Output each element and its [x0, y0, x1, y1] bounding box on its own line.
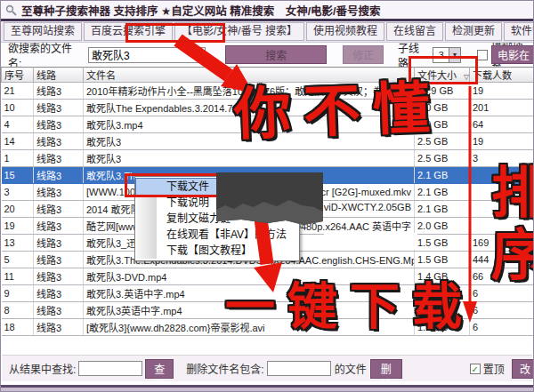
context-menu-item[interactable]: 在线观看【非AV】的方法	[136, 227, 298, 243]
cell-size: 1.5 GB	[415, 252, 470, 268]
find-button[interactable]: 查找	[145, 359, 174, 379]
table-row[interactable]: 21 线路3 2010年精彩动作片小全--黑鹰坠落1024x576版：敢死队；罗…	[2, 83, 534, 100]
filename-left: 2010年精彩动作片小全--黑鹰坠落1024x576版：敢死队；罗宾汉；拳霸3.…	[86, 84, 415, 98]
cell-count	[470, 167, 534, 184]
table-row[interactable]: 1 线路3 敢死队3 2.5 GB 3	[2, 150, 534, 167]
col-header-name[interactable]: 文件名	[84, 68, 415, 83]
cell-size: 2.5 GB	[415, 133, 470, 150]
pin-top-label: 置顶	[483, 361, 505, 376]
cell-index: 10	[2, 100, 34, 116]
cell-line: 线路3	[34, 201, 84, 218]
filename-right: viD-XWCTY.2.05GB	[324, 202, 411, 216]
search-label: 欲搜索的文件名:	[8, 40, 85, 70]
cell-line: 线路3	[34, 285, 84, 302]
censored-block	[216, 171, 323, 226]
cell-count: 6	[470, 302, 534, 319]
cell-line: 线路3	[34, 184, 84, 201]
context-menu-item[interactable]: 下载【图文教程】	[136, 243, 298, 259]
tab[interactable]: 【电影/女神/番号 搜索】	[174, 22, 304, 41]
cell-size: 2.0 GB	[415, 218, 470, 235]
sort-descending-icon[interactable]: ▽	[464, 73, 469, 81]
pin-top-checkbox[interactable]: ✓	[470, 364, 481, 374]
cell-size: 1.4 GB	[415, 285, 470, 302]
window-title: 至尊种子搜索神器 支持排序 ★自定义网站 精准搜索 女神/电影/番号搜索	[21, 2, 381, 19]
col-header-count[interactable]: 下载人数	[470, 68, 534, 83]
movie-online-button[interactable]: 电影在	[491, 45, 534, 64]
tab[interactable]: 检测更新	[445, 22, 502, 41]
table-row[interactable]: 4 线路3 敢死队3.mp4 3.9 GB 64	[2, 116, 534, 133]
title-bar: 至尊种子搜索神器 支持排序 ★自定义网站 精准搜索 女神/电影/番号搜索	[1, 1, 533, 19]
filename-right: Scr [G2G]-muxed.mkv	[314, 187, 411, 197]
filename-left: 敢死队3.mp4	[86, 117, 143, 132]
cell-count: 201	[470, 100, 534, 116]
cell-size: 2.1 GB	[415, 201, 470, 218]
app-window: 至尊种子搜索神器 支持排序 ★自定义网站 精准搜索 女神/电影/番号搜索 至尊网…	[0, 0, 534, 392]
cell-count: 444	[470, 252, 534, 268]
fix-button[interactable]: 修正	[343, 45, 384, 64]
fuzzy-checkbox[interactable]	[477, 50, 488, 60]
col-header-size-label: 文件大小	[417, 70, 457, 81]
filename-left: [敢死队3]{www.dh2828.com}帝豪影视.avi	[86, 320, 265, 334]
cell-filename: 敢死队3.英语中字.mp4	[84, 285, 415, 302]
cell-index: 18	[2, 319, 34, 336]
bottom-edge-light	[1, 388, 533, 391]
cell-count: 19	[470, 133, 534, 150]
cell-size: 1.5 GB	[415, 235, 470, 252]
find-input[interactable]	[78, 361, 142, 376]
cell-line: 线路3	[34, 252, 84, 268]
change-button[interactable]: 改	[512, 359, 534, 379]
tab[interactable]: 软件赞助商	[504, 22, 534, 41]
delete-button[interactable]: 删除	[370, 359, 402, 379]
cell-index: 14	[2, 133, 34, 150]
table-row[interactable]: 18 线路3 [敢死队3]{www.dh2828.com}帝豪影视.avi 1.…	[2, 319, 534, 336]
cell-count: 169	[470, 235, 534, 252]
cell-line: 线路3	[34, 167, 84, 184]
cell-filename: 敢死队3	[84, 150, 415, 167]
col-header-size[interactable]: 文件大小▽	[415, 68, 470, 83]
cell-count: 6	[470, 285, 534, 302]
cell-index: 3	[2, 184, 34, 201]
cell-index: 13	[2, 235, 34, 252]
cell-filename: 敢死队3.mp4	[84, 116, 415, 133]
tab[interactable]: 百度云搜索引擎	[84, 22, 173, 41]
col-header-line[interactable]: 线路	[34, 68, 84, 83]
search-input[interactable]	[88, 47, 206, 63]
table-row[interactable]: 8 线路3 敢死队3英语中字.mp4 1.4 GB 6	[2, 302, 534, 319]
tab[interactable]: 至尊网站搜索	[4, 22, 82, 41]
cell-size: 1.4 GB	[415, 302, 470, 319]
bottom-toolbar: 从结果中查找: 查找 删除文件名包含: 的文件 删除 ✓ 置顶 改	[2, 355, 532, 381]
cell-filename: 敢死队3	[84, 133, 415, 150]
table-row[interactable]: 10 线路3 敢死队The Expendables.3.2014.720p.1 …	[2, 100, 534, 116]
tab[interactable]: 使用视频教程	[306, 22, 384, 41]
cell-line: 线路3	[34, 133, 84, 150]
delete-input[interactable]	[267, 361, 331, 376]
delete-label: 删除文件名包含:	[186, 361, 263, 376]
table-row[interactable]: 11 线路3 敢死队3-DVD.mp4 1.4 GB 66	[2, 268, 534, 285]
cell-size: 2.1 GB	[415, 167, 470, 184]
filename-left: 敢死队The Expendables.3.2014.720p.1	[86, 100, 257, 115]
col-header-index[interactable]: 序号	[2, 68, 34, 83]
table-row[interactable]: 14 线路3 敢死队3 2.5 GB 19	[2, 133, 534, 150]
cell-size: 3.9 GB	[415, 116, 470, 133]
chevron-down-icon[interactable]: ▼	[449, 48, 460, 62]
cell-line: 线路3	[34, 319, 84, 336]
cell-count: 6	[470, 319, 534, 336]
cell-index: 19	[2, 218, 34, 235]
cell-line: 线路3	[34, 83, 84, 100]
cell-line: 线路3	[34, 218, 84, 235]
table-row[interactable]: 9 线路3 敢死队3.英语中字.mp4 1.4 GB 6	[2, 285, 534, 302]
cell-index: 4	[2, 116, 34, 133]
tab[interactable]: 在线留言	[386, 22, 443, 41]
cell-size: 1.4 GB	[415, 268, 470, 285]
pin-top-wrap: ✓ 置顶	[470, 361, 505, 376]
cell-filename: 敢死队The Expendables.3.2014.720p.1	[84, 100, 415, 116]
search-button[interactable]: 搜索	[225, 45, 327, 64]
subline-value: 3	[433, 48, 449, 62]
subline-select[interactable]: 3 ▼	[433, 47, 461, 63]
cell-count	[470, 184, 534, 201]
cell-line: 线路3	[34, 268, 84, 285]
filename-left: 敢死队3.英语中字.mp4	[86, 286, 185, 300]
filename-left: 敢死队3-DVD.mp4	[86, 269, 166, 284]
cell-filename: 敢死队3-DVD.mp4	[84, 268, 415, 285]
cell-filename: 敢死队3英语中字.mp4	[84, 302, 415, 319]
